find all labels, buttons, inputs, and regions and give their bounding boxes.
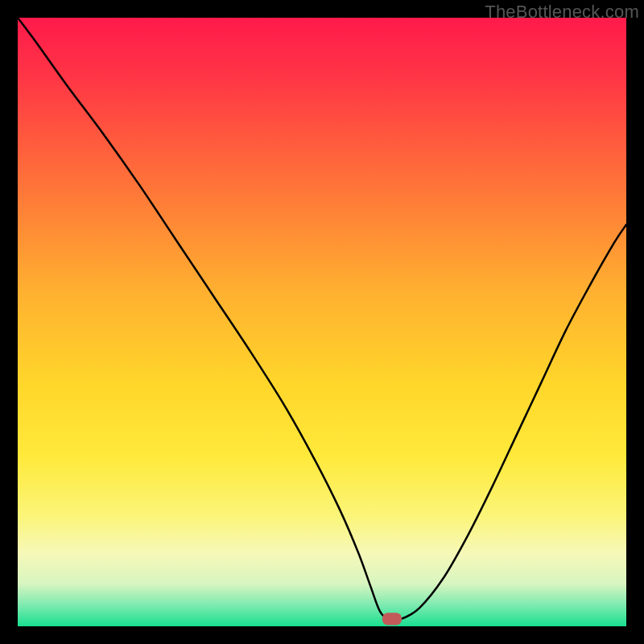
chart-frame: TheBottleneck.com [0, 0, 644, 644]
gradient-background [18, 18, 626, 626]
watermark-label: TheBottleneck.com [485, 2, 639, 23]
chart-svg [18, 18, 626, 626]
optimal-marker [382, 613, 402, 625]
plot-area [18, 18, 626, 626]
